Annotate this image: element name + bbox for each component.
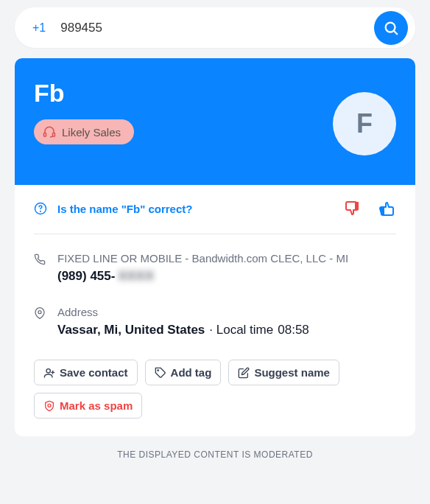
person-add-icon bbox=[43, 367, 55, 379]
search-bar: +1 bbox=[15, 7, 415, 48]
phone-number: (989) 455- XXXX bbox=[57, 269, 348, 284]
svg-rect-3 bbox=[53, 133, 55, 137]
card-body: Is the name "Fb" correct? FIXED LINE OR … bbox=[15, 185, 415, 436]
likely-sales-badge: Likely Sales bbox=[34, 119, 134, 144]
verify-row: Is the name "Fb" correct? bbox=[34, 200, 396, 234]
svg-rect-2 bbox=[44, 133, 46, 137]
address-label: Address bbox=[57, 306, 309, 318]
suggest-name-label: Suggest name bbox=[254, 366, 330, 379]
local-time-prefix: · Local time bbox=[209, 323, 273, 337]
search-button[interactable] bbox=[374, 11, 408, 45]
local-time: 08:58 bbox=[278, 323, 309, 337]
svg-rect-6 bbox=[356, 202, 359, 210]
svg-rect-7 bbox=[381, 207, 384, 215]
actions-row: Save contact Add tag Suggest name Mark a… bbox=[34, 360, 396, 419]
phone-visible: (989) 455- bbox=[57, 269, 115, 284]
edit-icon bbox=[238, 367, 250, 379]
phone-section: FIXED LINE OR MOBILE - Bandwidth.com CLE… bbox=[34, 252, 396, 284]
add-tag-label: Add tag bbox=[171, 366, 212, 379]
country-code-prefix[interactable]: +1 bbox=[32, 21, 46, 35]
thumbs-down-button[interactable] bbox=[343, 200, 361, 217]
svg-point-13 bbox=[48, 404, 51, 407]
thumbs-up-button[interactable] bbox=[378, 200, 396, 217]
svg-point-5 bbox=[40, 211, 41, 211]
svg-point-8 bbox=[38, 311, 41, 314]
svg-point-9 bbox=[46, 368, 50, 372]
phone-search-input[interactable] bbox=[60, 21, 374, 35]
mark-as-spam-button[interactable]: Mark as spam bbox=[34, 393, 142, 419]
result-card: Fb Likely Sales F Is the name "Fb" corre… bbox=[15, 58, 415, 436]
thumbs-up-icon bbox=[378, 200, 396, 217]
address-section: Address Vassar, Mi, United States · Loca… bbox=[34, 306, 396, 337]
address-value: Vassar, Mi, United States · Local time 0… bbox=[57, 323, 309, 337]
address-city: Vassar, Mi, United States bbox=[57, 323, 205, 337]
mark-as-spam-label: Mark as spam bbox=[60, 399, 133, 412]
save-contact-button[interactable]: Save contact bbox=[34, 360, 138, 385]
search-icon bbox=[383, 20, 399, 36]
avatar-letter: F bbox=[356, 108, 373, 139]
card-header: Fb Likely Sales F bbox=[15, 58, 415, 185]
svg-point-12 bbox=[158, 370, 158, 371]
avatar: F bbox=[333, 92, 396, 155]
save-contact-label: Save contact bbox=[60, 366, 128, 379]
phone-icon bbox=[34, 252, 47, 284]
svg-line-1 bbox=[394, 31, 397, 34]
headset-icon bbox=[43, 125, 56, 139]
suggest-name-button[interactable]: Suggest name bbox=[228, 360, 339, 385]
thumbs-down-icon bbox=[343, 200, 361, 217]
phone-hidden: XXXX bbox=[118, 269, 154, 284]
tag-icon bbox=[155, 367, 166, 379]
shield-icon bbox=[43, 400, 55, 412]
location-icon bbox=[34, 306, 47, 337]
add-tag-button[interactable]: Add tag bbox=[145, 360, 222, 385]
badge-label: Likely Sales bbox=[62, 126, 121, 139]
carrier-label: FIXED LINE OR MOBILE - Bandwidth.com CLE… bbox=[57, 252, 348, 265]
question-icon bbox=[34, 202, 47, 215]
verify-question[interactable]: Is the name "Fb" correct? bbox=[57, 203, 192, 215]
moderation-footer: THE DISPLAYED CONTENT IS MODERATED bbox=[0, 436, 430, 463]
